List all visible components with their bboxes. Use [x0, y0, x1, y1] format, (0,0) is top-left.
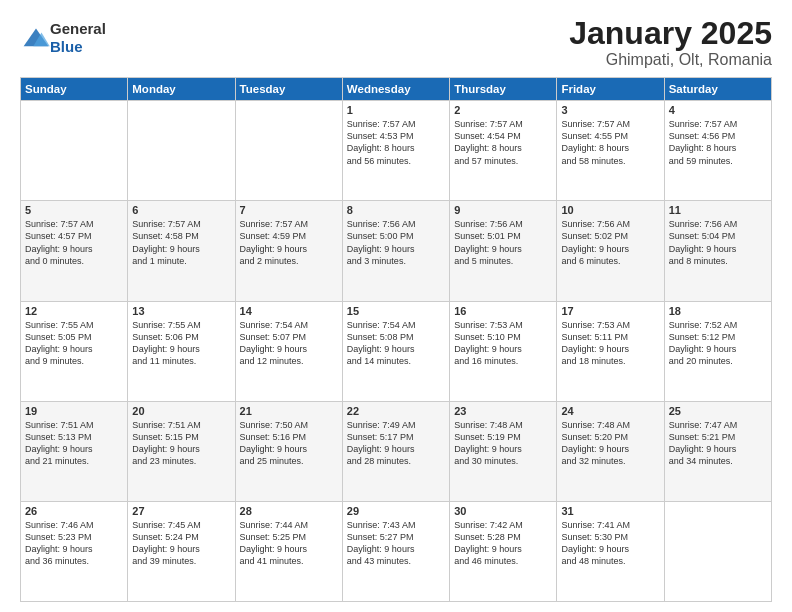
- calendar-cell: 2Sunrise: 7:57 AM Sunset: 4:54 PM Daylig…: [450, 101, 557, 201]
- day-number: 10: [561, 204, 659, 216]
- day-number: 14: [240, 305, 338, 317]
- day-number: 15: [347, 305, 445, 317]
- day-info: Sunrise: 7:41 AM Sunset: 5:30 PM Dayligh…: [561, 519, 659, 568]
- day-number: 6: [132, 204, 230, 216]
- header: General Blue January 2025 Ghimpati, Olt,…: [20, 16, 772, 69]
- day-info: Sunrise: 7:54 AM Sunset: 5:08 PM Dayligh…: [347, 319, 445, 368]
- day-info: Sunrise: 7:57 AM Sunset: 4:57 PM Dayligh…: [25, 218, 123, 267]
- calendar-cell: 8Sunrise: 7:56 AM Sunset: 5:00 PM Daylig…: [342, 201, 449, 301]
- calendar-cell: 24Sunrise: 7:48 AM Sunset: 5:20 PM Dayli…: [557, 401, 664, 501]
- calendar-cell: 15Sunrise: 7:54 AM Sunset: 5:08 PM Dayli…: [342, 301, 449, 401]
- calendar-cell: 9Sunrise: 7:56 AM Sunset: 5:01 PM Daylig…: [450, 201, 557, 301]
- day-info: Sunrise: 7:55 AM Sunset: 5:05 PM Dayligh…: [25, 319, 123, 368]
- calendar-cell: 28Sunrise: 7:44 AM Sunset: 5:25 PM Dayli…: [235, 501, 342, 601]
- calendar-cell: [664, 501, 771, 601]
- calendar-week-row: 1Sunrise: 7:57 AM Sunset: 4:53 PM Daylig…: [21, 101, 772, 201]
- day-info: Sunrise: 7:45 AM Sunset: 5:24 PM Dayligh…: [132, 519, 230, 568]
- day-info: Sunrise: 7:52 AM Sunset: 5:12 PM Dayligh…: [669, 319, 767, 368]
- page: General Blue January 2025 Ghimpati, Olt,…: [0, 0, 792, 612]
- calendar-header-friday: Friday: [557, 78, 664, 101]
- day-number: 20: [132, 405, 230, 417]
- day-number: 31: [561, 505, 659, 517]
- day-number: 18: [669, 305, 767, 317]
- day-info: Sunrise: 7:47 AM Sunset: 5:21 PM Dayligh…: [669, 419, 767, 468]
- logo-icon: [22, 27, 50, 49]
- day-number: 9: [454, 204, 552, 216]
- calendar-cell: 23Sunrise: 7:48 AM Sunset: 5:19 PM Dayli…: [450, 401, 557, 501]
- calendar-cell: 11Sunrise: 7:56 AM Sunset: 5:04 PM Dayli…: [664, 201, 771, 301]
- day-number: 12: [25, 305, 123, 317]
- day-info: Sunrise: 7:51 AM Sunset: 5:15 PM Dayligh…: [132, 419, 230, 468]
- title-block: January 2025 Ghimpati, Olt, Romania: [569, 16, 772, 69]
- calendar-cell: 17Sunrise: 7:53 AM Sunset: 5:11 PM Dayli…: [557, 301, 664, 401]
- calendar-cell: 4Sunrise: 7:57 AM Sunset: 4:56 PM Daylig…: [664, 101, 771, 201]
- day-number: 28: [240, 505, 338, 517]
- day-info: Sunrise: 7:49 AM Sunset: 5:17 PM Dayligh…: [347, 419, 445, 468]
- day-info: Sunrise: 7:57 AM Sunset: 4:58 PM Dayligh…: [132, 218, 230, 267]
- calendar-cell: 1Sunrise: 7:57 AM Sunset: 4:53 PM Daylig…: [342, 101, 449, 201]
- calendar-cell: 6Sunrise: 7:57 AM Sunset: 4:58 PM Daylig…: [128, 201, 235, 301]
- day-info: Sunrise: 7:56 AM Sunset: 5:01 PM Dayligh…: [454, 218, 552, 267]
- calendar-cell: 14Sunrise: 7:54 AM Sunset: 5:07 PM Dayli…: [235, 301, 342, 401]
- calendar-cell: 22Sunrise: 7:49 AM Sunset: 5:17 PM Dayli…: [342, 401, 449, 501]
- day-number: 2: [454, 104, 552, 116]
- day-info: Sunrise: 7:53 AM Sunset: 5:10 PM Dayligh…: [454, 319, 552, 368]
- calendar-cell: 10Sunrise: 7:56 AM Sunset: 5:02 PM Dayli…: [557, 201, 664, 301]
- day-info: Sunrise: 7:57 AM Sunset: 4:59 PM Dayligh…: [240, 218, 338, 267]
- calendar-cell: 12Sunrise: 7:55 AM Sunset: 5:05 PM Dayli…: [21, 301, 128, 401]
- month-title: January 2025: [569, 16, 772, 51]
- day-info: Sunrise: 7:57 AM Sunset: 4:55 PM Dayligh…: [561, 118, 659, 167]
- day-info: Sunrise: 7:56 AM Sunset: 5:00 PM Dayligh…: [347, 218, 445, 267]
- calendar-cell: 25Sunrise: 7:47 AM Sunset: 5:21 PM Dayli…: [664, 401, 771, 501]
- day-info: Sunrise: 7:55 AM Sunset: 5:06 PM Dayligh…: [132, 319, 230, 368]
- calendar-week-row: 12Sunrise: 7:55 AM Sunset: 5:05 PM Dayli…: [21, 301, 772, 401]
- day-number: 27: [132, 505, 230, 517]
- day-info: Sunrise: 7:42 AM Sunset: 5:28 PM Dayligh…: [454, 519, 552, 568]
- logo-blue: Blue: [50, 38, 83, 55]
- day-info: Sunrise: 7:50 AM Sunset: 5:16 PM Dayligh…: [240, 419, 338, 468]
- calendar-cell: 21Sunrise: 7:50 AM Sunset: 5:16 PM Dayli…: [235, 401, 342, 501]
- day-number: 16: [454, 305, 552, 317]
- calendar-cell: 27Sunrise: 7:45 AM Sunset: 5:24 PM Dayli…: [128, 501, 235, 601]
- day-number: 21: [240, 405, 338, 417]
- day-number: 4: [669, 104, 767, 116]
- calendar-cell: 13Sunrise: 7:55 AM Sunset: 5:06 PM Dayli…: [128, 301, 235, 401]
- calendar-cell: 20Sunrise: 7:51 AM Sunset: 5:15 PM Dayli…: [128, 401, 235, 501]
- calendar-week-row: 19Sunrise: 7:51 AM Sunset: 5:13 PM Dayli…: [21, 401, 772, 501]
- day-number: 7: [240, 204, 338, 216]
- day-number: 24: [561, 405, 659, 417]
- calendar-header-wednesday: Wednesday: [342, 78, 449, 101]
- day-number: 1: [347, 104, 445, 116]
- day-info: Sunrise: 7:44 AM Sunset: 5:25 PM Dayligh…: [240, 519, 338, 568]
- day-info: Sunrise: 7:56 AM Sunset: 5:02 PM Dayligh…: [561, 218, 659, 267]
- day-info: Sunrise: 7:48 AM Sunset: 5:20 PM Dayligh…: [561, 419, 659, 468]
- day-info: Sunrise: 7:48 AM Sunset: 5:19 PM Dayligh…: [454, 419, 552, 468]
- calendar-header-sunday: Sunday: [21, 78, 128, 101]
- calendar-cell: 3Sunrise: 7:57 AM Sunset: 4:55 PM Daylig…: [557, 101, 664, 201]
- calendar-cell: 26Sunrise: 7:46 AM Sunset: 5:23 PM Dayli…: [21, 501, 128, 601]
- day-number: 25: [669, 405, 767, 417]
- day-info: Sunrise: 7:56 AM Sunset: 5:04 PM Dayligh…: [669, 218, 767, 267]
- logo-general: General: [50, 20, 106, 37]
- calendar-cell: 7Sunrise: 7:57 AM Sunset: 4:59 PM Daylig…: [235, 201, 342, 301]
- calendar-header-row: SundayMondayTuesdayWednesdayThursdayFrid…: [21, 78, 772, 101]
- calendar-header-monday: Monday: [128, 78, 235, 101]
- day-info: Sunrise: 7:57 AM Sunset: 4:54 PM Dayligh…: [454, 118, 552, 167]
- day-number: 23: [454, 405, 552, 417]
- calendar-cell: 16Sunrise: 7:53 AM Sunset: 5:10 PM Dayli…: [450, 301, 557, 401]
- calendar-header-saturday: Saturday: [664, 78, 771, 101]
- day-number: 3: [561, 104, 659, 116]
- logo: General Blue: [20, 20, 106, 56]
- calendar: SundayMondayTuesdayWednesdayThursdayFrid…: [20, 77, 772, 602]
- calendar-cell: 31Sunrise: 7:41 AM Sunset: 5:30 PM Dayli…: [557, 501, 664, 601]
- day-number: 11: [669, 204, 767, 216]
- location-title: Ghimpati, Olt, Romania: [569, 51, 772, 69]
- calendar-cell: 30Sunrise: 7:42 AM Sunset: 5:28 PM Dayli…: [450, 501, 557, 601]
- calendar-cell: [235, 101, 342, 201]
- day-info: Sunrise: 7:54 AM Sunset: 5:07 PM Dayligh…: [240, 319, 338, 368]
- day-number: 13: [132, 305, 230, 317]
- calendar-week-row: 26Sunrise: 7:46 AM Sunset: 5:23 PM Dayli…: [21, 501, 772, 601]
- day-info: Sunrise: 7:57 AM Sunset: 4:56 PM Dayligh…: [669, 118, 767, 167]
- day-number: 26: [25, 505, 123, 517]
- calendar-cell: 18Sunrise: 7:52 AM Sunset: 5:12 PM Dayli…: [664, 301, 771, 401]
